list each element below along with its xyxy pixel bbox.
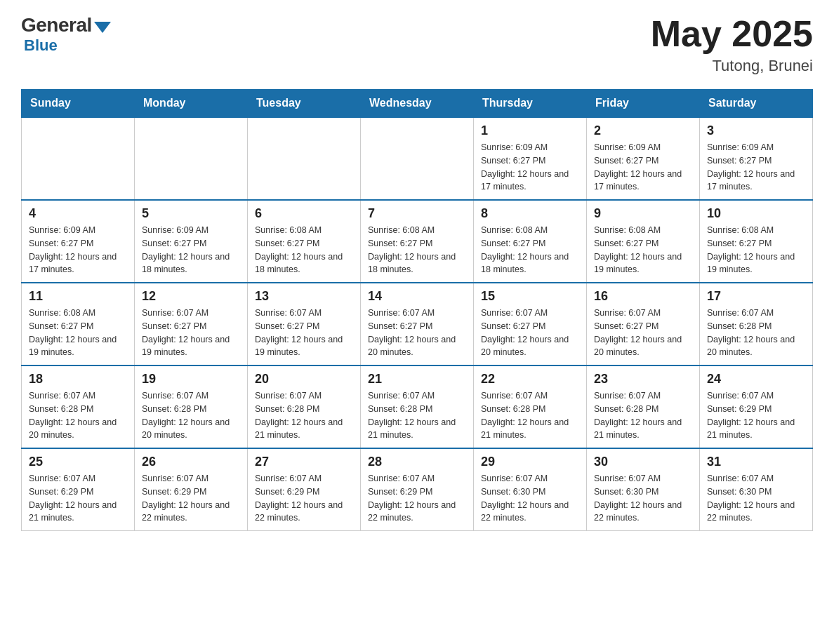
day-info: Sunrise: 6:07 AMSunset: 6:28 PMDaylight:… <box>368 389 466 442</box>
day-info: Sunrise: 6:07 AMSunset: 6:28 PMDaylight:… <box>594 389 692 442</box>
weekday-header-sunday: Sunday <box>22 90 135 118</box>
calendar-cell-3-5: 15Sunrise: 6:07 AMSunset: 6:27 PMDayligh… <box>474 283 587 365</box>
calendar-cell-3-3: 13Sunrise: 6:07 AMSunset: 6:27 PMDayligh… <box>248 283 361 365</box>
day-info: Sunrise: 6:08 AMSunset: 6:27 PMDaylight:… <box>707 224 805 276</box>
calendar-week-row-3: 11Sunrise: 6:08 AMSunset: 6:27 PMDayligh… <box>22 283 813 365</box>
day-info: Sunrise: 6:07 AMSunset: 6:29 PMDaylight:… <box>29 472 127 525</box>
day-number: 3 <box>707 123 805 138</box>
weekday-header-friday: Friday <box>587 90 700 118</box>
calendar-cell-1-3 <box>248 117 361 200</box>
day-info: Sunrise: 6:07 AMSunset: 6:27 PMDaylight:… <box>142 307 240 359</box>
day-info: Sunrise: 6:07 AMSunset: 6:27 PMDaylight:… <box>481 307 579 359</box>
logo: General Blue <box>21 14 111 55</box>
page-header: General Blue May 2025 Tutong, Brunei <box>21 14 813 75</box>
day-number: 8 <box>481 206 579 221</box>
day-number: 21 <box>368 372 466 387</box>
calendar-table: SundayMondayTuesdayWednesdayThursdayFrid… <box>21 89 813 531</box>
day-info: Sunrise: 6:08 AMSunset: 6:27 PMDaylight:… <box>481 224 579 276</box>
day-number: 18 <box>29 372 127 387</box>
calendar-week-row-5: 25Sunrise: 6:07 AMSunset: 6:29 PMDayligh… <box>22 448 813 531</box>
weekday-header-row: SundayMondayTuesdayWednesdayThursdayFrid… <box>22 90 813 118</box>
day-number: 10 <box>707 206 805 221</box>
day-info: Sunrise: 6:08 AMSunset: 6:27 PMDaylight:… <box>255 224 353 276</box>
calendar-cell-4-6: 23Sunrise: 6:07 AMSunset: 6:28 PMDayligh… <box>587 365 700 448</box>
calendar-cell-3-6: 16Sunrise: 6:07 AMSunset: 6:27 PMDayligh… <box>587 283 700 365</box>
day-number: 5 <box>142 206 240 221</box>
day-number: 26 <box>142 455 240 469</box>
calendar-week-row-4: 18Sunrise: 6:07 AMSunset: 6:28 PMDayligh… <box>22 365 813 448</box>
weekday-header-wednesday: Wednesday <box>361 90 474 118</box>
day-info: Sunrise: 6:09 AMSunset: 6:27 PMDaylight:… <box>594 141 692 194</box>
calendar-cell-4-2: 19Sunrise: 6:07 AMSunset: 6:28 PMDayligh… <box>135 365 248 448</box>
calendar-cell-5-3: 27Sunrise: 6:07 AMSunset: 6:29 PMDayligh… <box>248 448 361 531</box>
title-section: May 2025 Tutong, Brunei <box>651 14 813 75</box>
calendar-cell-3-1: 11Sunrise: 6:08 AMSunset: 6:27 PMDayligh… <box>22 283 135 365</box>
day-number: 16 <box>594 289 692 304</box>
day-info: Sunrise: 6:07 AMSunset: 6:27 PMDaylight:… <box>368 307 466 359</box>
calendar-cell-3-2: 12Sunrise: 6:07 AMSunset: 6:27 PMDayligh… <box>135 283 248 365</box>
day-info: Sunrise: 6:07 AMSunset: 6:28 PMDaylight:… <box>142 389 240 442</box>
calendar-cell-5-2: 26Sunrise: 6:07 AMSunset: 6:29 PMDayligh… <box>135 448 248 531</box>
calendar-cell-4-3: 20Sunrise: 6:07 AMSunset: 6:28 PMDayligh… <box>248 365 361 448</box>
calendar-cell-5-4: 28Sunrise: 6:07 AMSunset: 6:29 PMDayligh… <box>361 448 474 531</box>
day-number: 2 <box>594 123 692 138</box>
logo-blue-text: Blue <box>24 36 58 55</box>
day-number: 4 <box>29 206 127 221</box>
calendar-cell-1-7: 3Sunrise: 6:09 AMSunset: 6:27 PMDaylight… <box>700 117 813 200</box>
weekday-header-monday: Monday <box>135 90 248 118</box>
day-info: Sunrise: 6:07 AMSunset: 6:30 PMDaylight:… <box>481 472 579 525</box>
day-info: Sunrise: 6:08 AMSunset: 6:27 PMDaylight:… <box>594 224 692 276</box>
day-info: Sunrise: 6:09 AMSunset: 6:27 PMDaylight:… <box>707 141 805 194</box>
calendar-cell-2-7: 10Sunrise: 6:08 AMSunset: 6:27 PMDayligh… <box>700 200 813 283</box>
day-number: 7 <box>368 206 466 221</box>
month-year-title: May 2025 <box>651 14 813 54</box>
logo-general-text: General <box>21 14 92 36</box>
day-info: Sunrise: 6:07 AMSunset: 6:27 PMDaylight:… <box>255 307 353 359</box>
day-info: Sunrise: 6:07 AMSunset: 6:27 PMDaylight:… <box>594 307 692 359</box>
weekday-header-tuesday: Tuesday <box>248 90 361 118</box>
day-number: 28 <box>368 455 466 469</box>
calendar-cell-4-7: 24Sunrise: 6:07 AMSunset: 6:29 PMDayligh… <box>700 365 813 448</box>
day-info: Sunrise: 6:07 AMSunset: 6:29 PMDaylight:… <box>255 472 353 525</box>
logo-arrow-icon <box>94 22 111 33</box>
day-number: 30 <box>594 455 692 469</box>
day-number: 14 <box>368 289 466 304</box>
calendar-week-row-1: 1Sunrise: 6:09 AMSunset: 6:27 PMDaylight… <box>22 117 813 200</box>
day-number: 6 <box>255 206 353 221</box>
calendar-cell-1-4 <box>361 117 474 200</box>
calendar-cell-3-7: 17Sunrise: 6:07 AMSunset: 6:28 PMDayligh… <box>700 283 813 365</box>
day-number: 27 <box>255 455 353 469</box>
day-number: 1 <box>481 123 579 138</box>
day-info: Sunrise: 6:07 AMSunset: 6:28 PMDaylight:… <box>29 389 127 442</box>
day-number: 31 <box>707 455 805 469</box>
day-info: Sunrise: 6:07 AMSunset: 6:29 PMDaylight:… <box>142 472 240 525</box>
calendar-cell-5-5: 29Sunrise: 6:07 AMSunset: 6:30 PMDayligh… <box>474 448 587 531</box>
day-info: Sunrise: 6:07 AMSunset: 6:29 PMDaylight:… <box>707 389 805 442</box>
calendar-cell-5-1: 25Sunrise: 6:07 AMSunset: 6:29 PMDayligh… <box>22 448 135 531</box>
calendar-cell-5-6: 30Sunrise: 6:07 AMSunset: 6:30 PMDayligh… <box>587 448 700 531</box>
calendar-cell-4-5: 22Sunrise: 6:07 AMSunset: 6:28 PMDayligh… <box>474 365 587 448</box>
day-info: Sunrise: 6:09 AMSunset: 6:27 PMDaylight:… <box>142 224 240 276</box>
day-info: Sunrise: 6:09 AMSunset: 6:27 PMDaylight:… <box>481 141 579 194</box>
day-number: 9 <box>594 206 692 221</box>
calendar-cell-3-4: 14Sunrise: 6:07 AMSunset: 6:27 PMDayligh… <box>361 283 474 365</box>
day-info: Sunrise: 6:07 AMSunset: 6:30 PMDaylight:… <box>707 472 805 525</box>
day-info: Sunrise: 6:08 AMSunset: 6:27 PMDaylight:… <box>368 224 466 276</box>
day-number: 23 <box>594 372 692 387</box>
calendar-cell-4-1: 18Sunrise: 6:07 AMSunset: 6:28 PMDayligh… <box>22 365 135 448</box>
day-number: 11 <box>29 289 127 304</box>
day-number: 25 <box>29 455 127 469</box>
day-number: 24 <box>707 372 805 387</box>
day-number: 17 <box>707 289 805 304</box>
day-number: 20 <box>255 372 353 387</box>
calendar-cell-1-1 <box>22 117 135 200</box>
calendar-cell-2-2: 5Sunrise: 6:09 AMSunset: 6:27 PMDaylight… <box>135 200 248 283</box>
location-text: Tutong, Brunei <box>651 57 813 75</box>
weekday-header-saturday: Saturday <box>700 90 813 118</box>
weekday-header-thursday: Thursday <box>474 90 587 118</box>
day-number: 15 <box>481 289 579 304</box>
calendar-cell-1-6: 2Sunrise: 6:09 AMSunset: 6:27 PMDaylight… <box>587 117 700 200</box>
day-info: Sunrise: 6:09 AMSunset: 6:27 PMDaylight:… <box>29 224 127 276</box>
calendar-cell-2-1: 4Sunrise: 6:09 AMSunset: 6:27 PMDaylight… <box>22 200 135 283</box>
calendar-cell-2-5: 8Sunrise: 6:08 AMSunset: 6:27 PMDaylight… <box>474 200 587 283</box>
